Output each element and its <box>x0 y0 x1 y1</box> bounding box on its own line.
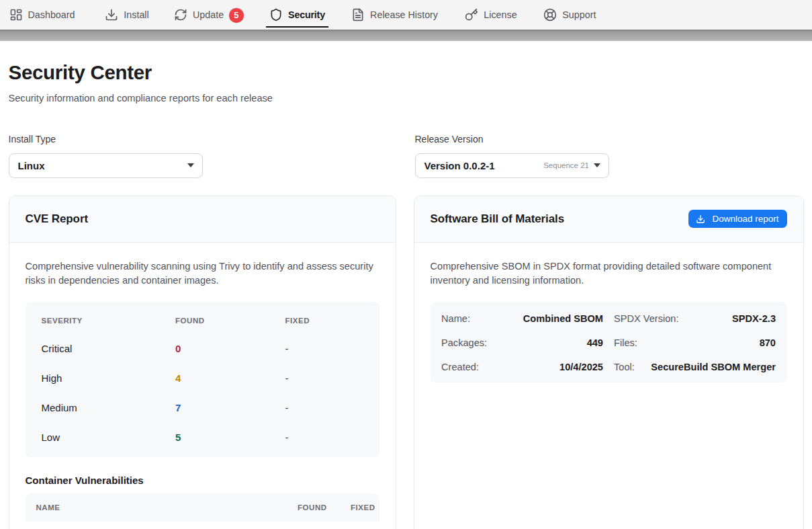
release-version-label: Release Version <box>415 134 804 145</box>
severity-row-medium: Medium 7 - <box>42 393 363 423</box>
sbom-card: Software Bill of Materials Download repo… <box>414 196 804 529</box>
cve-report-header: CVE Report <box>9 196 396 243</box>
container-vulnerabilities-header: NAME FOUND FIXED <box>26 493 379 522</box>
install-type-label: Install Type <box>9 134 398 145</box>
severity-label: Low <box>42 432 176 443</box>
chevron-down-icon <box>594 163 600 167</box>
sbom-title: Software Bill of Materials <box>431 212 565 226</box>
cve-report-body: Comprehensive vulnerability scanning usi… <box>9 243 396 529</box>
severity-column-header: SEVERITY <box>42 317 176 325</box>
download-report-label: Download report <box>712 214 778 224</box>
fixed-column-header: FIXED <box>351 503 376 512</box>
severity-found-count: 7 <box>175 402 285 413</box>
security-icon <box>269 8 283 22</box>
page-content: Security Center Security information and… <box>0 61 812 529</box>
found-column-header: FOUND <box>175 317 285 325</box>
severity-row-high: High 4 - <box>42 364 363 393</box>
severity-row-critical: Critical 0 - <box>42 334 363 364</box>
severity-found-count: 4 <box>175 372 285 384</box>
sbom-field-label: Tool: <box>614 362 635 372</box>
sbom-field-name: Name: Combined SBOM <box>441 313 603 324</box>
sbom-info-row: Name: Combined SBOM SPDX Version: SPDX-2… <box>441 307 776 331</box>
install-icon <box>105 8 118 22</box>
cve-report-title: CVE Report <box>26 212 88 226</box>
header-divider-strip <box>0 30 812 41</box>
sbom-body: Comprehensive SBOM in SPDX format provid… <box>414 243 803 399</box>
sbom-field-created: Created: 10/4/2025 <box>441 362 603 372</box>
nav-item-dashboard[interactable]: Dashboard <box>6 0 79 30</box>
filters-row: Install Type Linux Release Version Versi… <box>9 134 804 178</box>
update-count-badge: 5 <box>229 8 243 22</box>
severity-fixed-count: - <box>285 343 363 354</box>
found-column-header: FOUND <box>298 503 351 512</box>
sbom-field-label: SPDX Version: <box>614 313 679 324</box>
sbom-field-files: Files: 870 <box>614 337 776 348</box>
sbom-field-tool: Tool: SecureBuild SBOM Merger <box>614 362 776 372</box>
severity-label: High <box>42 372 176 384</box>
severity-fixed-count: - <box>285 372 363 384</box>
severity-table: SEVERITY FOUND FIXED Critical 0 - High 4… <box>26 302 379 457</box>
sbom-info-row: Packages: 449 Files: 870 <box>441 331 776 355</box>
cve-report-card: CVE Report Comprehensive vulnerability s… <box>9 196 396 529</box>
severity-fixed-count: - <box>285 402 363 413</box>
sbom-field-value: SecureBuild SBOM Merger <box>651 362 776 372</box>
top-navigation: Dashboard Install Update 5 Security Rele… <box>0 0 812 30</box>
chevron-down-icon <box>187 163 194 167</box>
install-type-select[interactable]: Linux <box>9 153 204 178</box>
nav-item-security[interactable]: Security <box>266 0 328 30</box>
install-type-value: Linux <box>18 160 188 171</box>
download-icon <box>696 214 705 224</box>
release-version-sequence: Sequence 21 <box>543 161 589 169</box>
severity-label: Critical <box>42 343 176 354</box>
dashboard-icon <box>9 8 23 22</box>
name-column-header: NAME <box>36 503 298 512</box>
sbom-field-value: Combined SBOM <box>523 313 603 324</box>
cve-report-description: Comprehensive vulnerability scanning usi… <box>26 259 379 288</box>
fixed-column-header: FIXED <box>285 317 363 325</box>
severity-fixed-count: - <box>285 432 363 443</box>
nav-label-install: Install <box>124 9 148 20</box>
nav-label-release-history: Release History <box>370 9 438 20</box>
nav-label-license: License <box>484 9 516 20</box>
install-type-filter: Install Type Linux <box>9 134 398 178</box>
sbom-field-label: Name: <box>441 313 470 324</box>
nav-item-support[interactable]: Support <box>540 0 599 30</box>
release-version-filter: Release Version Version 0.0.2-1 Sequence… <box>415 134 804 178</box>
license-icon <box>465 8 478 22</box>
release-version-value: Version 0.0.2-1 <box>424 160 544 171</box>
nav-label-security: Security <box>288 9 325 20</box>
sbom-field-value: SPDX-2.3 <box>732 313 776 324</box>
release-history-icon <box>351 8 365 22</box>
container-vulnerabilities-title: Container Vulnerabilities <box>26 475 379 486</box>
nav-label-update: Update <box>193 9 224 20</box>
sbom-field-label: Packages: <box>441 337 487 348</box>
cards-row: CVE Report Comprehensive vulnerability s… <box>9 196 804 529</box>
sbom-description: Comprehensive SBOM in SPDX format provid… <box>431 259 787 288</box>
severity-found-count: 0 <box>175 343 285 354</box>
page-subtitle: Security information and compliance repo… <box>9 91 804 105</box>
severity-table-header: SEVERITY FOUND FIXED <box>42 307 363 334</box>
update-icon <box>174 8 187 22</box>
nav-item-update[interactable]: Update 5 <box>171 0 247 30</box>
release-version-select[interactable]: Version 0.0.2-1 Sequence 21 <box>415 153 610 178</box>
sbom-field-label: Files: <box>614 337 637 348</box>
nav-item-release-history[interactable]: Release History <box>348 0 441 30</box>
severity-row-low: Low 5 - <box>42 423 363 452</box>
nav-label-support: Support <box>562 9 596 20</box>
sbom-field-value: 449 <box>587 337 603 348</box>
sbom-field-packages: Packages: 449 <box>441 337 603 348</box>
severity-found-count: 5 <box>175 432 285 443</box>
sbom-info-table: Name: Combined SBOM SPDX Version: SPDX-2… <box>431 302 787 382</box>
sbom-field-label: Created: <box>441 362 479 372</box>
support-icon <box>543 8 557 22</box>
nav-item-license[interactable]: License <box>461 0 520 30</box>
sbom-info-row: Created: 10/4/2025 Tool: SecureBuild SBO… <box>441 355 776 379</box>
page-title: Security Center <box>9 61 804 84</box>
sbom-field-spdx-version: SPDX Version: SPDX-2.3 <box>614 313 776 324</box>
sbom-field-value: 10/4/2025 <box>559 362 603 372</box>
download-report-button[interactable]: Download report <box>688 210 786 228</box>
nav-item-install[interactable]: Install <box>101 0 152 30</box>
sbom-field-value: 870 <box>760 337 776 348</box>
nav-label-dashboard: Dashboard <box>28 9 75 20</box>
sbom-header: Software Bill of Materials Download repo… <box>414 196 803 243</box>
